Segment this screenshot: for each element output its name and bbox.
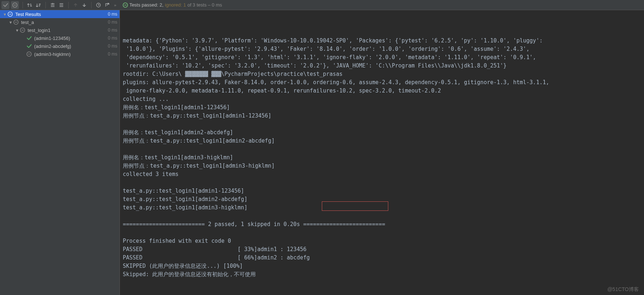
- tree-test-admin1[interactable]: (admin1-123456) 0 ms: [0, 34, 120, 42]
- console-line: rootdir: C:\Users\ ▓▓▓▓▓▓▓ ▓▓▓\PycharmPr…: [123, 70, 641, 78]
- tree-time: 0 ms: [108, 52, 117, 57]
- console-line: ========================= 2 passed, 1 sk…: [123, 220, 641, 229]
- test-toolbar: » Tests passed: 2, ignored: 1 of 3 tests…: [0, 0, 644, 10]
- console-line: 用例名：test_login1[admin3-higklmn]: [123, 153, 641, 162]
- console-line: 'rerunfailures': '10.2', 'spec': '3.2.0'…: [123, 62, 641, 70]
- status-ignored: ignored: 1: [165, 2, 186, 8]
- test-passed-icon: [26, 43, 32, 49]
- console-line: 用例节点：test_a.py::test_login1[admin1-12345…: [123, 112, 641, 120]
- expand-all-button[interactable]: [49, 1, 57, 9]
- console-line: collected 3 items: [123, 170, 641, 179]
- watermark: @51CTO博客: [607, 286, 639, 293]
- console-line: 用例名：test_login1[admin1-123456]: [123, 103, 641, 112]
- console-line: test_a.py::test_login1[admin2-abcdefg]: [123, 195, 641, 204]
- console-line: PASSED [ 33%]admin1 : 123456: [123, 245, 641, 254]
- tree-label: test_login1: [28, 28, 50, 33]
- console-line: Process finished with exit code 0: [123, 237, 641, 245]
- console-output[interactable]: metadata: {'Python': '3.9.7', 'Platform'…: [120, 10, 644, 295]
- separator: [68, 2, 69, 8]
- tree-time: 0 ms: [108, 36, 117, 41]
- suite-passed-icon: [7, 11, 13, 17]
- console-line: [123, 179, 641, 187]
- more-actions-button[interactable]: »: [114, 3, 116, 7]
- separator: [23, 2, 23, 8]
- collapse-all-button[interactable]: [57, 1, 65, 9]
- tree-test-admin3[interactable]: (admin3-higklmn) 0 ms: [0, 50, 120, 58]
- test-skipped-icon: [26, 51, 32, 57]
- tree-label: (admin3-higklmn): [34, 52, 70, 57]
- console-line: plugins: allure-pytest-2.9.43, Faker-8.1…: [123, 78, 641, 87]
- console-line: 'dependency': '0.5.1', 'gitignore': '1.3…: [123, 53, 641, 62]
- console-line: SKIPPED (此用户的登录信息还没...) [100%]: [123, 262, 641, 270]
- status-total: of 3 tests – 0 ms: [187, 2, 222, 8]
- test-status-text: Tests passed: 2, ignored: 1 of 3 tests –…: [123, 2, 222, 8]
- export-results-button[interactable]: [103, 1, 111, 9]
- console-line: 用例节点：test_a.py::test_login1[admin2-abcde…: [123, 137, 641, 145]
- console-line: ignore-flaky-2.0.0, metadata-1.11.0, rep…: [123, 87, 641, 95]
- separator: [45, 2, 46, 8]
- next-failed-button[interactable]: [80, 1, 88, 9]
- tree-time: 0 ms: [108, 28, 117, 33]
- tree-suite-test_a[interactable]: ▾ test_a 0 ms: [0, 18, 120, 26]
- console-line: [123, 212, 641, 220]
- tree-test-admin2[interactable]: (admin2-abcdefg) 0 ms: [0, 42, 120, 50]
- tree-time: 0 ms: [108, 20, 117, 25]
- suite-passed-icon: [13, 19, 19, 25]
- console-line: test_a.py::test_login1[admin1-123456]: [123, 187, 641, 195]
- console-line: 用例名：test_login1[admin2-abcdefg]: [123, 128, 641, 137]
- console-line: test_a.py::test_login1[admin3-higklmn]: [123, 204, 641, 212]
- console-line: [123, 229, 641, 237]
- console-line: PASSED [ 66%]admin2 : abcdefg: [123, 254, 641, 262]
- console-line: 用例节点：test_a.py::test_login1[admin3-higkl…: [123, 162, 641, 170]
- tree-root-test-results[interactable]: ▾ Test Results 0 ms: [0, 10, 120, 18]
- tree-label: (admin2-abcdefg): [34, 44, 71, 49]
- show-passed-toggle[interactable]: [1, 1, 9, 9]
- console-line: collecting ...: [123, 95, 641, 103]
- tree-label: Test Results: [15, 12, 41, 17]
- console-line: [123, 120, 641, 128]
- status-passed: Tests passed: 2,: [129, 2, 163, 8]
- tree-label: (admin1-123456): [34, 36, 70, 41]
- separator: [91, 2, 92, 8]
- suite-passed-icon: [20, 27, 25, 33]
- console-line: '1.0.0'}, 'Plugins': {'allure-pytest': '…: [123, 45, 641, 53]
- test-passed-icon: [26, 35, 32, 41]
- tree-time: 0 ms: [108, 12, 117, 17]
- sort-alpha-desc-button[interactable]: [35, 1, 42, 9]
- test-tree-panel[interactable]: ▾ Test Results 0 ms ▾ test_a 0 ms ▾ test…: [0, 10, 120, 295]
- tree-label: test_a: [21, 20, 34, 25]
- console-line: metadata: {'Python': '3.9.7', 'Platform'…: [123, 37, 641, 45]
- tree-suite-test_login1[interactable]: ▾ test_login1 0 ms: [0, 26, 120, 34]
- console-line: [123, 145, 641, 153]
- show-ignored-toggle[interactable]: [11, 1, 19, 9]
- test-history-button[interactable]: [94, 1, 102, 9]
- tree-time: 0 ms: [108, 44, 117, 49]
- prev-failed-button[interactable]: [72, 1, 80, 9]
- console-line: Skipped: 此用户的登录信息还没有初始化，不可使用: [123, 270, 641, 279]
- sort-alpha-asc-button[interactable]: [26, 1, 34, 9]
